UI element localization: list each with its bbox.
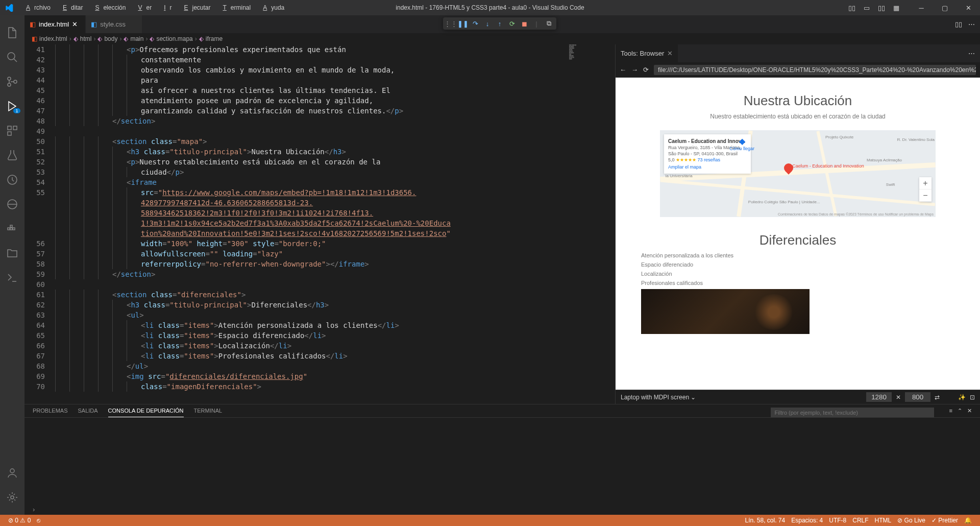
zoom-in-icon[interactable]: + <box>919 177 932 189</box>
maximize-button[interactable]: ▢ <box>933 0 957 15</box>
line-gutter: 4142434445464748495051525354555657585960… <box>24 44 55 404</box>
status-item[interactable]: 🔔 <box>961 517 975 524</box>
forward-icon[interactable]: → <box>631 66 638 74</box>
code-editor[interactable]: <p>Ofrecemos profesionales experimentado… <box>55 44 615 404</box>
close-icon[interactable]: ✕ <box>967 408 972 417</box>
more-icon[interactable]: ⋯ <box>968 50 975 57</box>
file-icon: ◧ <box>91 20 97 28</box>
status-item[interactable]: Lín. 58, col. 74 <box>742 517 788 524</box>
settings-gear-icon[interactable] <box>0 485 24 510</box>
source-control-icon[interactable] <box>0 69 24 94</box>
search-icon[interactable] <box>0 45 24 69</box>
breadcrumb[interactable]: ◧ index.html›⬖ html›⬖ body›⬖ main›⬖ sect… <box>24 33 980 44</box>
step-out-icon[interactable]: ↑ <box>495 19 504 28</box>
status-item[interactable]: ⎋ <box>34 517 43 524</box>
chevron-up-icon[interactable]: ⌃ <box>958 408 962 417</box>
breadcrumb-item[interactable]: section.mapa <box>156 35 192 42</box>
map-iframe[interactable]: Caelum - Education and Innov... Rua Verg… <box>660 130 936 217</box>
minimap[interactable]: ███ ████ ████ █████████████ █████████ ██… <box>569 44 615 121</box>
menu-ir[interactable]: Ir <box>156 4 176 11</box>
panel-right-icon[interactable]: ▯▯ <box>878 4 885 12</box>
layout-grid-icon[interactable]: ▦ <box>893 4 899 12</box>
drag-handle-icon[interactable]: ⋮⋮ <box>446 19 455 28</box>
close-icon[interactable]: ✕ <box>896 394 901 401</box>
extensions-icon[interactable] <box>0 118 24 143</box>
split-editor-icon[interactable]: ▯▯ <box>955 20 962 28</box>
reload-icon[interactable]: ⟳ <box>643 66 649 74</box>
close-button[interactable]: ✕ <box>957 0 980 15</box>
menu-terminal[interactable]: Terminal <box>215 4 255 11</box>
activity-bar: 1 <box>0 15 24 515</box>
device-selector[interactable]: Laptop with MDPI screen ⌄ <box>621 394 696 401</box>
status-item[interactable]: CRLF <box>849 517 871 524</box>
map-zoom-controls[interactable]: + − <box>919 177 932 202</box>
status-bar: ⊘ 0 ⚠ 0⎋ Lín. 58, col. 74Espacios: 4UTF-… <box>0 515 980 526</box>
svg-point-3 <box>14 80 17 83</box>
tab-index-html[interactable]: ◧index.html✕ <box>24 15 86 33</box>
panel-tab-consola-de-depuración[interactable]: CONSOLA DE DEPURACIÓN <box>108 408 184 417</box>
viewport-width-input[interactable] <box>866 392 892 402</box>
close-icon[interactable]: ✕ <box>72 20 80 28</box>
menu-ayuda[interactable]: Ayuda <box>255 4 288 11</box>
menu-selección[interactable]: Selección <box>87 4 130 11</box>
stop-icon[interactable]: ◼ <box>520 19 529 28</box>
panel-tab-problemas[interactable]: PROBLEMAS <box>33 408 67 417</box>
viewport-height-input[interactable] <box>905 392 930 402</box>
devtools-icon[interactable]: ⧉ <box>544 19 553 28</box>
menu-ver[interactable]: Ver <box>130 4 156 11</box>
preview-list-item: Espacio diferenciado <box>641 261 954 268</box>
menu-ejecutar[interactable]: Ejecutar <box>176 4 214 11</box>
pause-icon[interactable]: ❚❚ <box>458 19 468 28</box>
edge-icon[interactable] <box>0 192 24 217</box>
close-icon[interactable]: ✕ <box>667 50 673 57</box>
folder-icon[interactable] <box>0 241 24 266</box>
menu-archivo[interactable]: Archivo <box>18 4 55 11</box>
step-over-icon[interactable]: ↷ <box>471 19 480 28</box>
panel-bottom-icon[interactable]: ▭ <box>864 4 870 12</box>
inspect-icon[interactable]: ⊡ <box>970 394 975 401</box>
browser-tab[interactable]: Tools: Browser ✕ <box>616 44 678 62</box>
breadcrumb-item[interactable]: body <box>104 35 117 42</box>
menu-editar[interactable]: Editar <box>55 4 87 11</box>
url-bar[interactable]: file:///C:/Users/LATITUDE/Desktop/ONE-OR… <box>654 65 976 75</box>
status-item[interactable]: Espacios: 4 <box>788 517 826 524</box>
docker-icon[interactable] <box>0 217 24 241</box>
breadcrumb-item[interactable]: html <box>80 35 92 42</box>
step-into-icon[interactable]: ↓ <box>483 19 492 28</box>
status-item[interactable]: ⊘ Go Live <box>894 517 928 524</box>
status-item[interactable]: ⊘ 0 ⚠ 0 <box>5 517 34 524</box>
restart-icon[interactable]: ⟳ <box>507 19 517 28</box>
explorer-icon[interactable] <box>0 20 24 45</box>
panel-filter-input[interactable] <box>771 408 934 417</box>
panel-tab-salida[interactable]: SALIDA <box>78 408 97 417</box>
timeline-icon[interactable] <box>0 168 24 192</box>
panel-settings-icon[interactable]: ≡ <box>949 408 952 417</box>
panel-tab-terminal[interactable]: TERMINAL <box>194 408 223 417</box>
file-icon: ◧ <box>30 20 36 28</box>
run-debug-icon[interactable]: 1 <box>0 94 24 118</box>
back-icon[interactable]: ← <box>620 66 626 74</box>
status-item[interactable]: ✓ Prettier <box>928 517 961 524</box>
tab-label: style.css <box>100 20 126 28</box>
status-item[interactable]: UTF-8 <box>826 517 849 524</box>
panel-left-icon[interactable]: ▯▯ <box>848 4 855 12</box>
breadcrumb-item[interactable]: main <box>130 35 143 42</box>
testing-icon[interactable] <box>0 143 24 168</box>
debug-toolbar[interactable]: ⋮⋮ ❚❚ ↷ ↓ ↑ ⟳ ◼ | ⧉ <box>443 17 556 30</box>
bottom-panel: PROBLEMASSALIDACONSOLA DE DEPURACIÓNTERM… <box>24 404 980 504</box>
magic-icon[interactable]: ✨ <box>958 394 966 401</box>
breadcrumb-item[interactable]: index.html <box>39 35 67 42</box>
rotate-icon[interactable]: ⇄ <box>935 394 940 401</box>
account-icon[interactable] <box>0 461 24 485</box>
svg-point-1 <box>8 77 11 80</box>
status-item[interactable]: HTML <box>872 517 895 524</box>
more-icon[interactable]: ⋯ <box>968 20 975 28</box>
map-directions[interactable]: ◆ Cómo llegar <box>729 136 754 151</box>
tab-style-css[interactable]: ◧style.css <box>86 15 142 33</box>
breadcrumb-item[interactable]: iframe <box>206 35 223 42</box>
remote-icon[interactable] <box>0 266 24 290</box>
breadcrumb-chevron-icon[interactable]: › <box>33 506 35 513</box>
zoom-out-icon[interactable]: − <box>919 189 932 202</box>
minimize-button[interactable]: ─ <box>910 0 933 15</box>
browser-content[interactable]: Nuestra Ubicación Nuestro establecimient… <box>616 78 980 390</box>
